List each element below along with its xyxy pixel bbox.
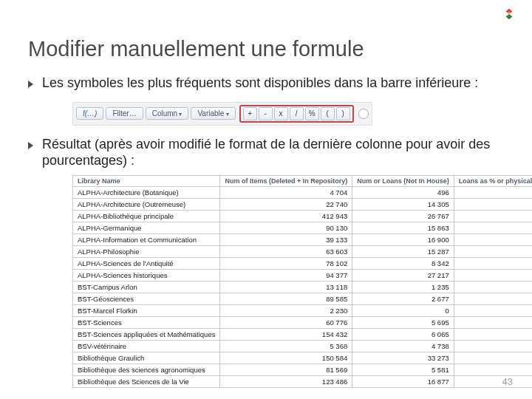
- cell-value: 0: [352, 304, 454, 316]
- cell-value: 16 877: [352, 375, 454, 387]
- fx-button[interactable]: f(…): [76, 107, 103, 120]
- cell-value: 3 %: [454, 293, 532, 304]
- cell-library: ALPHA-Sciences de l'Antiquité: [73, 257, 220, 269]
- cell-value: 2 230: [220, 304, 352, 316]
- bullet-text: Résultat (après avoir modifié le format …: [42, 136, 504, 169]
- cell-value: 0 %: [454, 304, 532, 316]
- cell-value: 123 486: [220, 375, 352, 387]
- operator-group: + - x / % ( ): [239, 105, 354, 123]
- cell-value: 11 %: [454, 186, 532, 198]
- cell-library: BST-Sciences: [73, 316, 220, 328]
- cell-library: BST-Géosciences: [73, 293, 220, 304]
- cell-library: BST-Campus Arlon: [73, 281, 220, 293]
- cell-value: 81 569: [220, 364, 352, 375]
- logo-icon: [502, 7, 516, 24]
- cell-value: 13 118: [220, 281, 352, 293]
- cell-value: 63 %: [454, 198, 532, 210]
- cell-value: 17 %: [454, 222, 532, 233]
- cell-value: 496: [352, 186, 454, 198]
- col-items: Num of Items (Deleted + In Repository): [220, 175, 352, 186]
- cell-value: 5 695: [352, 316, 454, 328]
- triangle-icon: [28, 142, 33, 149]
- cell-value: 412 943: [220, 210, 352, 222]
- table-row: ALPHA-Architecture (Botanique)4 70449611…: [73, 186, 533, 198]
- cell-value: 154 432: [220, 328, 352, 340]
- cell-value: 4 704: [220, 186, 352, 198]
- bullet-text: Les symboles les plus fréquents sont dis…: [42, 75, 478, 92]
- cell-value: 14 305: [352, 198, 454, 210]
- cell-library: ALPHA-Bibliothèque principale: [73, 210, 220, 222]
- cell-library: BST-Sciences appliquées et Mathématiques: [73, 328, 220, 340]
- variable-dropdown[interactable]: Variable: [191, 107, 235, 120]
- table-row: BST-Géosciences89 5852 6773 %: [73, 293, 533, 304]
- filter-button[interactable]: Filter…: [106, 107, 143, 120]
- cell-value: 24 %: [454, 245, 532, 257]
- op-percent[interactable]: %: [305, 107, 319, 120]
- op-divide[interactable]: /: [290, 107, 304, 120]
- cell-library: ALPHA-Sciences historiques: [73, 269, 220, 281]
- cell-value: 15 863: [352, 222, 454, 233]
- cell-value: 26 767: [352, 210, 454, 222]
- result-table: Library Name Num of Items (Deleted + In …: [72, 175, 532, 388]
- cell-value: 49 %: [454, 233, 532, 245]
- cell-value: 94 377: [220, 269, 352, 281]
- op-times[interactable]: x: [274, 107, 288, 120]
- page-number: 43: [502, 376, 513, 387]
- cell-value: 4 738: [352, 340, 454, 352]
- cell-value: 15 287: [352, 245, 454, 257]
- table-row: Bibliothèque des Sciences de la Vie123 4…: [73, 375, 533, 387]
- cell-library: ALPHA-Information et Communication: [73, 233, 220, 245]
- cell-library: Bibliothèque des sciences agronomiques: [73, 364, 220, 375]
- cell-library: BSV-vétérinaire: [73, 340, 220, 352]
- slide-title: Modifier manuellement une formule: [28, 37, 532, 61]
- table-row: BST-Campus Arlon13 1181 2359 %: [73, 281, 533, 293]
- cell-value: 11 %: [454, 257, 532, 269]
- cell-value: 88 %: [454, 340, 532, 352]
- col-percent: Loans as % or physical items: [454, 175, 532, 186]
- op-minus[interactable]: -: [259, 107, 273, 120]
- bullet-item: Les symboles les plus fréquents sont dis…: [28, 75, 504, 92]
- table-row: ALPHA-Sciences de l'Antiquité78 1028 342…: [73, 257, 533, 269]
- col-library: Library Name: [73, 175, 220, 186]
- op-lparen[interactable]: (: [321, 107, 335, 120]
- result-table-wrap: Library Name Num of Items (Deleted + In …: [72, 175, 504, 388]
- cell-value: 6 065: [352, 328, 454, 340]
- cell-value: 9 %: [454, 316, 532, 328]
- cell-value: 6 %: [454, 364, 532, 375]
- cell-value: 1 235: [352, 281, 454, 293]
- slide-content: Les symboles les plus fréquents sont dis…: [0, 75, 532, 388]
- cell-value: 22 %: [454, 352, 532, 364]
- cell-value: 78 102: [220, 257, 352, 269]
- table-row: ALPHA-Germanique90 13015 86317 %: [73, 222, 533, 233]
- table-row: BST-Marcel Florkin2 23000 %: [73, 304, 533, 316]
- cell-value: 14 %: [454, 375, 532, 387]
- column-dropdown[interactable]: Column: [146, 107, 189, 120]
- formula-toolbar: f(…) Filter… Column Variable + - x / % (…: [72, 102, 372, 126]
- cell-value: 150 584: [220, 352, 352, 364]
- table-header-row: Library Name Num of Items (Deleted + In …: [73, 175, 533, 186]
- cell-value: 27 217: [352, 269, 454, 281]
- bullet-item: Résultat (après avoir modifié le format …: [28, 136, 504, 169]
- cell-library: BST-Marcel Florkin: [73, 304, 220, 316]
- cell-library: Bibliothèque des Sciences de la Vie: [73, 375, 220, 387]
- cell-value: 33 273: [352, 352, 454, 364]
- op-rparen[interactable]: ): [336, 107, 350, 120]
- col-loans: Num or Loans (Not In House): [352, 175, 454, 186]
- cell-value: 22 740: [220, 198, 352, 210]
- cell-value: 2 677: [352, 293, 454, 304]
- toggle-icon[interactable]: [358, 109, 369, 119]
- cell-value: 16 900: [352, 233, 454, 245]
- cell-value: 4 %: [454, 328, 532, 340]
- cell-value: 8 342: [352, 257, 454, 269]
- cell-value: 90 130: [220, 222, 352, 233]
- cell-value: 9 %: [454, 281, 532, 293]
- op-plus[interactable]: +: [243, 107, 257, 120]
- cell-value: 39 133: [220, 233, 352, 245]
- cell-value: 5 368: [220, 340, 352, 352]
- cell-value: 5 581: [352, 364, 454, 375]
- table-row: ALPHA-Sciences historiques94 37727 21729…: [73, 269, 533, 281]
- cell-library: ALPHA-Philosophie: [73, 245, 220, 257]
- table-row: ALPHA-Bibliothèque principale412 94326 7…: [73, 210, 533, 222]
- table-row: Bibliothèque des sciences agronomiques81…: [73, 364, 533, 375]
- cell-library: ALPHA-Architecture (Outremeuse): [73, 198, 220, 210]
